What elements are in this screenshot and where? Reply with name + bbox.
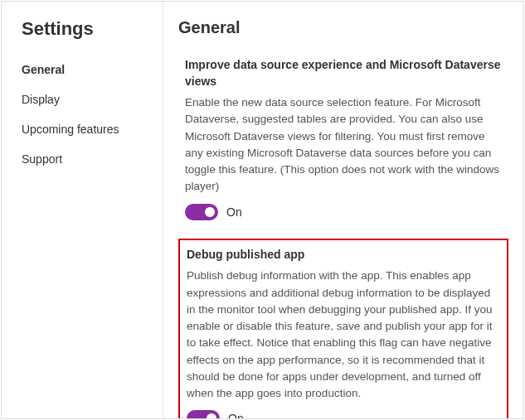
toggle-row: On [185, 204, 502, 220]
setting-title: Improve data source experience and Micro… [185, 57, 502, 89]
setting-title: Debug published app [187, 247, 500, 263]
setting-debug-published-app: Debug published app Publish debug inform… [178, 239, 508, 418]
toggle-data-source-experience[interactable] [185, 204, 218, 220]
toggle-debug-published-app[interactable] [187, 410, 220, 418]
sidebar-item-label: Support [22, 152, 62, 166]
toggle-row: On [187, 410, 500, 418]
setting-data-source-experience: Improve data source experience and Micro… [178, 51, 508, 227]
setting-description: Enable the new data source selection fea… [185, 94, 502, 196]
sidebar-item-label: Display [22, 93, 60, 106]
sidebar-item-support[interactable]: Support [2, 144, 163, 174]
sidebar-item-display[interactable]: Display [2, 84, 163, 114]
main-content: General Improve data source experience a… [163, 2, 523, 418]
sidebar-item-label: General [22, 63, 65, 76]
toggle-state-label: On [228, 412, 244, 418]
page-title: General [178, 18, 508, 37]
sidebar: Settings General Display Upcoming featur… [2, 2, 163, 418]
sidebar-title: Settings [2, 18, 163, 55]
sidebar-item-general[interactable]: General [2, 55, 163, 84]
toggle-state-label: On [226, 205, 242, 219]
setting-description: Publish debug information with the app. … [187, 268, 500, 402]
sidebar-item-upcoming-features[interactable]: Upcoming features [2, 114, 163, 144]
settings-panel: Settings General Display Upcoming featur… [1, 1, 524, 419]
sidebar-item-label: Upcoming features [22, 123, 119, 136]
